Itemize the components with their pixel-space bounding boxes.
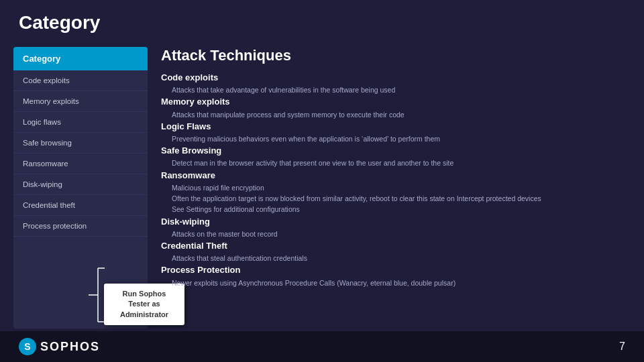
desc-ransomware-2: Often the application target is now bloc… bbox=[161, 193, 631, 204]
list-item[interactable]: Logic flaws bbox=[13, 112, 148, 133]
heading-logic-flaws: Logic Flaws bbox=[161, 121, 211, 131]
heading-disk-wiping: Disk-wiping bbox=[161, 217, 210, 227]
content-panel: Attack Techniques Code exploits Attacks … bbox=[161, 47, 631, 328]
list-item[interactable]: Process protection bbox=[13, 216, 148, 237]
desc-logic-flaws: Preventing malicious behaviors even when… bbox=[161, 133, 631, 144]
page-title: Category bbox=[19, 12, 100, 34]
desc-credential-theft: Attacks that steal authentication creden… bbox=[161, 253, 631, 263]
list-item[interactable]: Credential theft bbox=[13, 195, 148, 216]
desc-memory-exploits: Attacks that manipulate process and syst… bbox=[161, 109, 631, 120]
desc-code-exploits: Attacks that take advantage of vulnerabi… bbox=[161, 84, 631, 95]
list-item[interactable]: Safe browsing bbox=[13, 133, 148, 154]
content-body: Code exploits Attacks that take advantag… bbox=[161, 71, 631, 288]
category-header: Category bbox=[13, 47, 148, 70]
heading-credential-theft: Credential Theft bbox=[161, 241, 227, 251]
heading-safe-browsing: Safe Browsing bbox=[161, 145, 221, 156]
list-item[interactable]: Memory exploits bbox=[13, 91, 148, 112]
sophos-logo-text: SOPHOS bbox=[40, 340, 100, 354]
list-item[interactable]: Code exploits bbox=[13, 70, 148, 91]
heading-ransomware: Ransomware bbox=[161, 170, 215, 180]
slide: Category Category Code exploits Memory e… bbox=[0, 0, 644, 362]
sophos-icon: S bbox=[19, 338, 36, 355]
list-item[interactable]: Disk-wiping bbox=[13, 174, 148, 195]
attack-techniques-title: Attack Techniques bbox=[161, 47, 631, 64]
desc-process-protection: Newer exploits using Asynchronous Proced… bbox=[161, 278, 631, 288]
desc-ransomware-3: See Settings for additional configuratio… bbox=[161, 204, 631, 215]
list-item[interactable]: Ransomware bbox=[13, 154, 148, 174]
desc-ransomware-1: Malicious rapid file encryption bbox=[161, 182, 631, 193]
sophos-logo: S SOPHOS bbox=[19, 338, 100, 355]
bottom-bar: S SOPHOS 7 bbox=[0, 331, 644, 362]
desc-safe-browsing: Detect man in the browser activity that … bbox=[161, 158, 631, 168]
page-number: 7 bbox=[619, 341, 625, 353]
heading-memory-exploits: Memory exploits bbox=[161, 97, 230, 107]
heading-process-protection: Process Protection bbox=[161, 265, 241, 275]
heading-code-exploits: Code exploits bbox=[161, 72, 218, 82]
desc-disk-wiping: Attacks on the master boot record bbox=[161, 229, 631, 239]
